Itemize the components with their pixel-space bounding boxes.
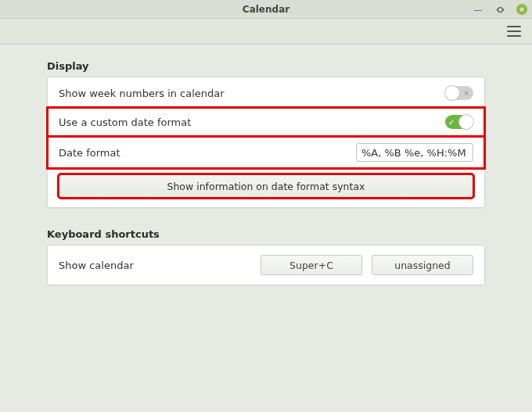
- toggle-on-icon: ✓: [448, 118, 455, 127]
- show-calendar-binding-1[interactable]: Super+C: [261, 255, 362, 275]
- maximize-button[interactable]: [494, 4, 505, 15]
- show-calendar-binding-2[interactable]: unassigned: [372, 255, 473, 275]
- date-format-label: Date format: [59, 147, 356, 159]
- use-custom-format-label: Use a custom date format: [59, 116, 445, 128]
- minimize-button[interactable]: —: [473, 4, 483, 15]
- menu-icon[interactable]: [507, 26, 521, 37]
- section-title-display: Display: [47, 60, 485, 72]
- row-date-format: Date format: [48, 137, 484, 168]
- toggle-off-icon: ×: [463, 89, 469, 97]
- toolbar: [0, 19, 532, 45]
- row-show-week-numbers: Show week numbers in calendar ×: [48, 79, 484, 107]
- section-title-shortcuts: Keyboard shortcuts: [47, 228, 485, 240]
- date-format-input[interactable]: [356, 143, 473, 162]
- show-syntax-button[interactable]: Show information on date format syntax: [59, 174, 473, 198]
- show-week-numbers-toggle[interactable]: ×: [445, 86, 473, 100]
- show-calendar-shortcut-label: Show calendar: [59, 260, 251, 271]
- window-title: Calendar: [0, 4, 532, 15]
- content-area: Display Show week numbers in calendar × …: [0, 45, 532, 285]
- close-button[interactable]: ×: [516, 4, 527, 15]
- show-week-numbers-label: Show week numbers in calendar: [59, 88, 445, 99]
- row-show-calendar-shortcut: Show calendar Super+C unassigned: [48, 250, 484, 280]
- window-controls: — ×: [473, 0, 527, 19]
- shortcuts-panel: Show calendar Super+C unassigned: [47, 245, 485, 285]
- row-use-custom-format: Use a custom date format ✓: [48, 108, 484, 136]
- use-custom-format-toggle[interactable]: ✓: [445, 115, 473, 129]
- titlebar: Calendar — ×: [0, 0, 532, 19]
- show-syntax-button-label: Show information on date format syntax: [167, 181, 365, 192]
- display-panel: Show week numbers in calendar × Use a cu…: [47, 77, 485, 208]
